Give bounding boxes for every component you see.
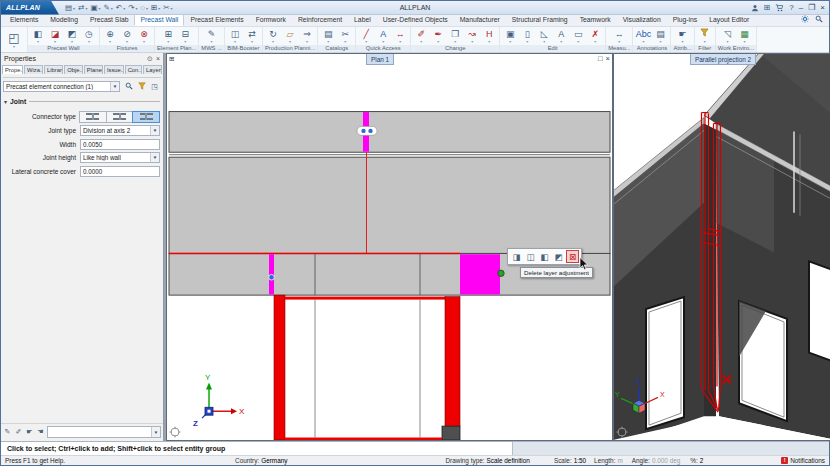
width-input[interactable]: 0.0050 <box>80 139 160 150</box>
copy-window-button[interactable]: ⊞▾ <box>151 2 160 14</box>
restore-icon[interactable]: ❐ <box>808 2 815 14</box>
pin-icon[interactable]: ⊙ <box>147 55 153 63</box>
label-abc-icon[interactable]: Abc <box>635 29 651 44</box>
search-button[interactable] <box>815 15 823 24</box>
selected-joint-panel[interactable] <box>460 254 500 294</box>
chevron-down-icon[interactable]: ▾ <box>73 4 75 14</box>
maximize-icon[interactable]: □ <box>598 54 603 63</box>
chevron-down-icon[interactable]: ▾ <box>158 4 160 14</box>
close-vp-icon[interactable]: × <box>606 54 610 63</box>
menu-tab-plug-ins[interactable]: Plug-ins <box>667 14 704 26</box>
bim-booster-sync-icon[interactable]: ⇄ <box>244 29 260 44</box>
chevron-down-icon[interactable]: ▾ <box>171 4 173 14</box>
window-opening-left[interactable] <box>646 297 684 429</box>
profile-beam-icon[interactable]: ▯ <box>519 29 535 44</box>
joint-handle-dot[interactable] <box>361 129 365 133</box>
fixture-delete-icon[interactable]: ⊗ <box>136 29 152 44</box>
connector-type-option-2[interactable] <box>106 111 134 123</box>
joint-handle[interactable] <box>357 126 377 135</box>
menu-tab-label[interactable]: Label <box>348 14 377 26</box>
save-icon[interactable]: ▣ <box>90 2 97 14</box>
origin-icon[interactable] <box>170 427 181 438</box>
layer-props-icon[interactable]: ◩ <box>554 252 562 262</box>
menu-tab-layout-editor[interactable]: Layout Editor <box>703 14 755 26</box>
properties-tab-library[interactable]: Library <box>44 65 63 74</box>
menu-tab-precast-slab[interactable]: Precast Slab <box>84 14 135 26</box>
connect-button[interactable]: ⇄▾ <box>78 2 87 14</box>
chevron-down-icon[interactable]: ▾ <box>99 4 101 14</box>
delete-icon[interactable]: ✗ <box>587 29 603 44</box>
connector-type-option-3[interactable] <box>132 111 160 123</box>
note-page-icon[interactable]: ▤ <box>652 29 668 44</box>
attributes-hand-icon[interactable]: ☛ <box>675 29 691 44</box>
save-button[interactable]: ▣▾ <box>90 2 100 14</box>
element-plan-axes-icon[interactable]: ⊞ <box>160 29 176 44</box>
menu-tab-modeling[interactable]: Modeling <box>44 14 84 26</box>
measure-icon[interactable]: ↔ <box>611 29 627 44</box>
selected-wall-left[interactable] <box>274 295 285 440</box>
match-properties-icon[interactable]: H <box>481 29 497 44</box>
production-sync-icon[interactable]: ↻ <box>265 29 281 44</box>
draw-line-icon[interactable]: ╱ <box>358 29 374 44</box>
menu-tab-precast-wall[interactable]: Precast Wall <box>134 14 184 26</box>
menu-tab-structural-framing[interactable]: Structural Framing <box>506 14 574 26</box>
bim-booster-check-icon[interactable]: ◫ <box>227 29 243 44</box>
menu-tab-manufacturer[interactable]: Manufacturer <box>454 14 506 26</box>
menu-tab-elements[interactable]: Elements <box>4 14 44 26</box>
split-layer-button[interactable]: ◫ <box>524 250 537 263</box>
viewport-plan-1[interactable]: ⊞ Plan 1 □× <box>166 53 613 441</box>
green-grip-handle[interactable] <box>498 270 504 276</box>
set-square-icon[interactable]: ◺ <box>536 29 552 44</box>
transform-icon[interactable]: ▭ <box>570 29 586 44</box>
tools-icon[interactable]: ✂ <box>163 2 169 14</box>
apply-to-element-button[interactable]: ✐ <box>14 428 23 436</box>
dimension-icon[interactable]: ↔ <box>392 29 408 44</box>
minimize-button[interactable]: – <box>799 2 803 14</box>
chevron-down-icon[interactable]: ▾ <box>123 4 125 14</box>
filter-icon[interactable] <box>138 82 146 91</box>
chevron-down-icon[interactable]: ▼ <box>150 126 159 135</box>
text-icon[interactable]: A <box>375 29 391 44</box>
chevron-down-icon[interactable]: ▼ <box>151 427 160 437</box>
plot-button[interactable]: ✎▾ <box>104 2 113 14</box>
wall-band-top[interactable] <box>169 112 610 153</box>
properties-tab-layers[interactable]: Layers <box>143 65 162 74</box>
chevron-down-icon[interactable]: ▾ <box>146 4 148 14</box>
wall-modify-icon[interactable]: ◩ <box>64 29 80 44</box>
chevron-down-icon[interactable]: ▾ <box>135 4 137 14</box>
user-button[interactable] <box>751 4 759 12</box>
properties-tab-con[interactable]: Con... <box>125 65 142 74</box>
detach-button[interactable]: ◳ <box>149 81 160 92</box>
eraser-icon[interactable]: ✐ <box>413 29 429 44</box>
joint-type-dropdown[interactable]: Division at axis 2▼ <box>80 125 160 136</box>
properties-tab-issue[interactable]: Issue... <box>104 65 124 74</box>
column-block[interactable] <box>442 426 460 440</box>
catalog-book-icon[interactable]: ▤ <box>320 29 336 44</box>
collapse-triangle-icon[interactable]: ▾ <box>4 98 7 105</box>
properties-tab-obje[interactable]: Obje... <box>64 65 83 74</box>
precast-plan-icon[interactable]: ◰ <box>4 31 24 49</box>
copy-window-icon[interactable]: ⊞ <box>151 2 157 14</box>
fixture-insert-icon[interactable]: ⊕ <box>102 29 118 44</box>
insert-layer-icon[interactable]: ◨ <box>512 252 520 262</box>
search-button[interactable] <box>123 81 134 92</box>
split-layer-icon[interactable]: ◫ <box>526 252 534 262</box>
search-icon[interactable] <box>815 17 823 24</box>
restore-button[interactable]: ❐ <box>808 2 815 14</box>
apply-to-element-icon[interactable]: ✐ <box>16 428 22 435</box>
apps-grid-icon[interactable]: ⊞ <box>764 2 771 14</box>
wall-band-middle[interactable] <box>169 157 610 253</box>
delete-layer-adjustment-icon[interactable]: ⊠ <box>569 252 576 262</box>
tools-button[interactable]: ✂▾ <box>163 2 172 14</box>
merge-layer-icon[interactable]: ◧ <box>540 252 548 262</box>
search-icon[interactable] <box>125 82 133 91</box>
panel-close-icon[interactable]: × <box>156 55 160 63</box>
move-spline-icon[interactable]: ↝ <box>464 29 480 44</box>
menu-tab-formwork[interactable]: Formwork <box>250 14 292 26</box>
clipboard-icon[interactable]: ▣ <box>502 29 518 44</box>
copy-elements-icon[interactable]: ❐ <box>447 29 463 44</box>
joint-point-handle[interactable] <box>269 274 275 280</box>
workspace-colors-icon[interactable]: ▦ <box>736 29 752 44</box>
pick-up-icon[interactable]: ☛ <box>26 428 32 435</box>
menu-tab-visualization[interactable]: Visualization <box>617 14 667 26</box>
